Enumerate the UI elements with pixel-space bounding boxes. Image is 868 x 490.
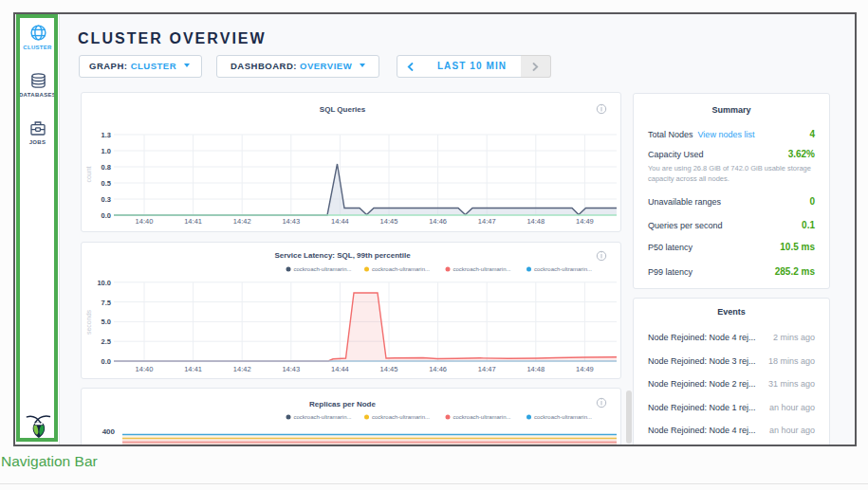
svg-text:14:47: 14:47: [478, 365, 496, 373]
svg-text:1.0: 1.0: [102, 147, 111, 155]
svg-text:seconds: seconds: [85, 309, 92, 335]
svg-text:cockroach-ultramarin...: cockroach-ultramarin...: [372, 266, 430, 272]
svg-text:cockroach-ultramarin...: cockroach-ultramarin...: [453, 414, 511, 420]
svg-text:14:43: 14:43: [282, 365, 300, 373]
svg-text:14:46: 14:46: [429, 217, 447, 226]
svg-text:1.3: 1.3: [102, 131, 111, 139]
svg-text:14:44: 14:44: [331, 365, 349, 373]
svg-text:count: count: [85, 166, 92, 182]
svg-text:cockroach-ultramarin...: cockroach-ultramarin...: [534, 266, 592, 272]
svg-text:0.3: 0.3: [102, 195, 111, 204]
svg-text:cockroach-ultramarin...: cockroach-ultramarin...: [294, 414, 352, 420]
svg-text:14:45: 14:45: [380, 365, 398, 373]
svg-text:cockroach-ultramarin...: cockroach-ultramarin...: [372, 414, 430, 420]
svg-text:0.0: 0.0: [102, 211, 111, 220]
svg-text:14:46: 14:46: [429, 365, 447, 373]
svg-text:14:49: 14:49: [576, 365, 594, 373]
svg-text:14:41: 14:41: [184, 365, 202, 373]
svg-text:14:41: 14:41: [184, 217, 202, 226]
svg-text:0.8: 0.8: [102, 163, 111, 172]
svg-text:14:48: 14:48: [526, 217, 545, 226]
svg-text:14:40: 14:40: [136, 365, 154, 373]
svg-text:10.0: 10.0: [97, 279, 111, 287]
svg-text:14:45: 14:45: [380, 217, 398, 226]
svg-text:14:49: 14:49: [576, 217, 594, 226]
svg-text:14:43: 14:43: [282, 217, 300, 226]
svg-text:14:47: 14:47: [478, 217, 496, 226]
svg-text:5.0: 5.0: [102, 318, 111, 326]
svg-text:cockroach-ultramarin...: cockroach-ultramarin...: [453, 266, 511, 272]
svg-text:14:42: 14:42: [233, 365, 251, 373]
svg-text:400: 400: [102, 427, 116, 436]
svg-text:2.5: 2.5: [102, 337, 111, 346]
svg-text:7.5: 7.5: [102, 299, 111, 307]
svg-text:0.5: 0.5: [102, 179, 111, 188]
svg-text:cockroach-ultramarin...: cockroach-ultramarin...: [294, 266, 352, 272]
svg-text:cockroach-ultramarin...: cockroach-ultramarin...: [534, 414, 592, 420]
svg-text:14:44: 14:44: [331, 217, 349, 226]
svg-text:14:40: 14:40: [136, 217, 154, 226]
svg-text:0.0: 0.0: [102, 357, 111, 366]
svg-text:14:48: 14:48: [526, 365, 545, 373]
svg-text:14:42: 14:42: [233, 217, 251, 226]
